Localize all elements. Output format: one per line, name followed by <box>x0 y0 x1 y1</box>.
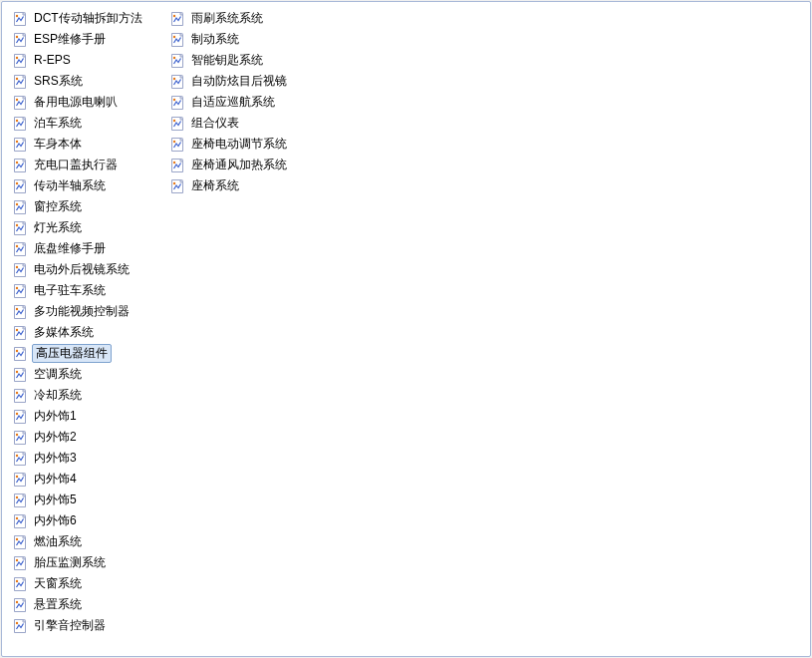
document-icon <box>169 137 185 153</box>
document-icon <box>169 116 185 132</box>
document-icon <box>169 74 185 90</box>
list-item[interactable]: 自动防炫目后视镜 <box>167 71 317 92</box>
document-icon <box>12 199 28 215</box>
list-item[interactable]: 座椅电动调节系统 <box>167 134 317 155</box>
list-item[interactable]: 车身本体 <box>10 134 159 155</box>
list-item[interactable]: 电子驻车系统 <box>10 280 159 301</box>
svg-point-13 <box>16 140 18 142</box>
svg-point-57 <box>16 600 18 602</box>
document-icon <box>12 32 28 48</box>
list-item[interactable]: 智能钥匙系统 <box>167 50 317 71</box>
document-icon <box>12 304 28 320</box>
item-label: 泊车系统 <box>32 115 84 132</box>
item-label: 悬置系统 <box>32 596 84 613</box>
svg-point-23 <box>16 244 18 246</box>
list-item[interactable]: 内外饰2 <box>10 427 159 448</box>
item-label: 内外饰1 <box>32 408 79 425</box>
list-item[interactable]: 充电口盖执行器 <box>10 155 159 175</box>
item-label: 窗控系统 <box>32 198 84 215</box>
item-label: ESP维修手册 <box>32 31 108 48</box>
document-icon <box>12 493 28 508</box>
list-item[interactable]: 空调系统 <box>10 364 159 385</box>
item-label: 内外饰3 <box>32 450 79 467</box>
document-icon <box>12 116 28 132</box>
svg-point-7 <box>16 77 18 79</box>
document-icon <box>12 409 28 425</box>
item-label: R-EPS <box>32 52 73 69</box>
list-item[interactable]: 制动系统 <box>167 29 317 50</box>
document-icon <box>12 346 28 362</box>
list-item[interactable]: 电动外后视镜系统 <box>10 259 159 280</box>
item-label: 天窗系统 <box>32 575 84 592</box>
svg-point-39 <box>16 412 18 414</box>
list-item[interactable]: 冷却系统 <box>10 385 159 406</box>
document-icon <box>12 283 28 299</box>
list-item[interactable]: 内外饰6 <box>10 510 159 531</box>
list-item[interactable]: 备用电源电喇叭 <box>10 92 159 113</box>
svg-point-21 <box>16 223 18 225</box>
list-item[interactable]: 组合仪表 <box>167 113 317 134</box>
item-label: 内外饰4 <box>32 471 79 488</box>
list-item[interactable]: 泊车系统 <box>10 113 159 134</box>
list-item[interactable]: R-EPS <box>10 50 159 71</box>
document-icon <box>12 241 28 257</box>
list-item[interactable]: 内外饰5 <box>10 490 159 510</box>
list-item[interactable]: 传动半轴系统 <box>10 175 159 196</box>
item-label: 内外饰6 <box>32 512 79 529</box>
item-label: 燃油系统 <box>32 533 84 550</box>
document-icon <box>12 367 28 383</box>
svg-point-9 <box>16 98 18 100</box>
list-item[interactable]: 多媒体系统 <box>10 322 159 343</box>
document-icon <box>12 158 28 173</box>
svg-point-77 <box>173 181 175 183</box>
document-icon <box>12 178 28 194</box>
svg-point-3 <box>16 35 18 37</box>
list-item[interactable]: 雨刷系统系统 <box>167 8 317 29</box>
list-item[interactable]: ESP维修手册 <box>10 29 159 50</box>
document-icon <box>12 388 28 404</box>
svg-point-17 <box>16 181 18 183</box>
list-item[interactable]: 悬置系统 <box>10 594 159 615</box>
svg-point-67 <box>173 77 175 79</box>
list-item[interactable]: 多功能视频控制器 <box>10 301 159 322</box>
list-item[interactable]: 内外饰1 <box>10 406 159 427</box>
list-item[interactable]: 自适应巡航系统 <box>167 92 317 113</box>
list-item[interactable]: SRS系统 <box>10 71 159 92</box>
document-icon <box>12 95 28 111</box>
item-label: 电子驻车系统 <box>32 282 108 299</box>
svg-point-61 <box>173 14 175 16</box>
item-label: 座椅通风加热系统 <box>189 157 289 173</box>
document-icon <box>12 430 28 446</box>
list-item[interactable]: 胎压监测系统 <box>10 552 159 573</box>
list-item[interactable]: 天窗系统 <box>10 573 159 594</box>
list-item[interactable]: 灯光系统 <box>10 217 159 238</box>
item-label: 灯光系统 <box>32 219 84 236</box>
document-icon <box>12 137 28 153</box>
svg-point-37 <box>16 391 18 393</box>
document-icon <box>12 555 28 571</box>
list-item[interactable]: 燃油系统 <box>10 531 159 552</box>
svg-point-35 <box>16 370 18 372</box>
list-item[interactable]: 引擎音控制器 <box>10 615 159 636</box>
svg-point-53 <box>16 558 18 560</box>
item-label: 自动防炫目后视镜 <box>189 73 289 90</box>
list-item[interactable]: 座椅通风加热系统 <box>167 155 317 175</box>
svg-point-73 <box>173 140 175 142</box>
svg-point-49 <box>16 516 18 518</box>
document-icon <box>12 325 28 341</box>
list-item[interactable]: 座椅系统 <box>167 175 317 196</box>
list-item[interactable]: DCT传动轴拆卸方法 <box>10 8 159 29</box>
list-item[interactable]: 内外饰3 <box>10 448 159 469</box>
svg-point-65 <box>173 56 175 58</box>
svg-point-5 <box>16 56 18 58</box>
list-item[interactable]: 高压电器组件 <box>10 343 159 364</box>
list-item[interactable]: 窗控系统 <box>10 196 159 217</box>
document-icon <box>12 11 28 27</box>
list-item[interactable]: 内外饰4 <box>10 469 159 490</box>
svg-point-25 <box>16 265 18 267</box>
list-item[interactable]: 底盘维修手册 <box>10 238 159 259</box>
document-icon <box>169 95 185 111</box>
item-label: 雨刷系统系统 <box>189 10 265 27</box>
document-icon <box>169 53 185 69</box>
svg-point-29 <box>16 307 18 309</box>
